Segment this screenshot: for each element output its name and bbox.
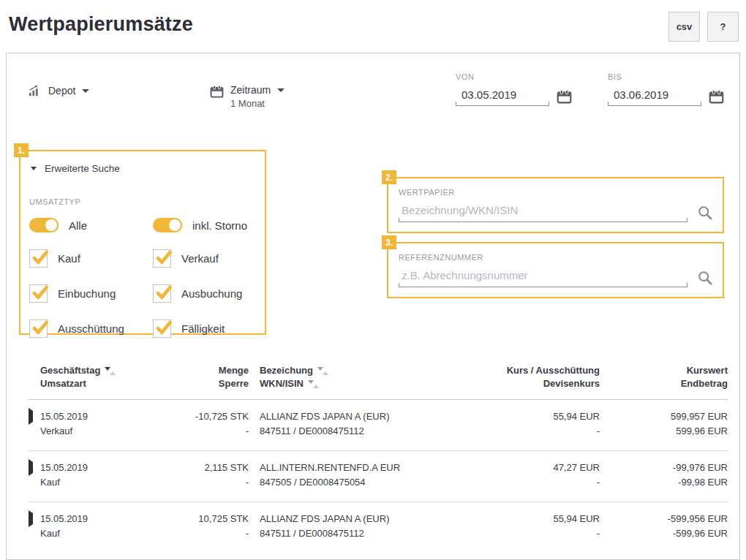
- checkbox-label: Ausbuchung: [181, 287, 242, 300]
- checkbox-label: Einbuchung: [58, 287, 116, 300]
- referenznummer-field-wrap: [399, 268, 687, 287]
- cell-umsatzart: Kauf: [40, 475, 139, 490]
- cell-menge: -10,725 STK: [139, 409, 249, 424]
- cell-kurs: 55,94 EUR: [461, 409, 600, 424]
- checkbox-checked-icon[interactable]: [29, 319, 48, 338]
- calendar-icon: [210, 85, 224, 99]
- checkbox-checked-icon[interactable]: [29, 249, 48, 268]
- toggle-label: Alle: [69, 219, 87, 232]
- header-buttons: csv ?: [668, 12, 739, 42]
- transactions-table: Geschäftstag Umsatzart Menge Sperre Beze…: [29, 364, 728, 553]
- referenznummer-search-box: 3. REFERENZNUMMER: [387, 242, 724, 298]
- advanced-search-toggle[interactable]: Erweiterte Suche: [31, 163, 265, 174]
- depot-dropdown[interactable]: Depot: [29, 84, 89, 97]
- sort-icon[interactable]: [105, 366, 116, 375]
- chevron-right-icon[interactable]: [29, 408, 33, 425]
- checkbox-label: Kauf: [58, 252, 80, 265]
- referenznummer-label: REFERENZNUMMER: [399, 253, 723, 262]
- cell-date: 15.05.2019: [40, 512, 139, 526]
- checkbox-ausschuettung[interactable]: Ausschüttung: [29, 319, 153, 338]
- date-to-label: BIS: [608, 72, 724, 81]
- table-row: 15.05.2019 Kauf 10,725 STK - ALLIANZ FDS…: [29, 502, 728, 553]
- table-row: 15.05.2019 Kauf 2,115 STK - ALL.INTERN.R…: [29, 451, 728, 502]
- sort-icon[interactable]: [317, 366, 328, 375]
- main-panel: Depot Zeitraum 1 Monat VON: [6, 53, 740, 560]
- col-wkn-isin[interactable]: WKN/ISIN: [260, 377, 304, 390]
- cell-bezeichnung: ALLIANZ FDS JAPAN A (EUR): [260, 409, 461, 424]
- col-devisenkurs: Devisenkurs: [543, 377, 600, 390]
- col-umsatzart: Umsatzart: [40, 377, 86, 390]
- col-menge: Menge: [219, 364, 249, 377]
- checkbox-checked-icon[interactable]: [153, 319, 171, 338]
- search-icon[interactable]: [697, 205, 713, 221]
- date-from-label: VON: [456, 72, 572, 81]
- wertpapier-search-box: 2. WERTPAPIER: [387, 177, 724, 233]
- cell-kurswert: 599,957 EUR: [600, 409, 728, 424]
- advanced-search-title: Erweiterte Suche: [45, 163, 120, 174]
- cell-wkn-isin: 847511 / DE0008475112: [260, 526, 461, 541]
- wertpapier-label: WERTPAPIER: [399, 188, 723, 197]
- checkbox-label: Fälligkeit: [181, 322, 225, 335]
- checkbox-checked-icon[interactable]: [153, 284, 171, 303]
- cell-kurs: 55,94 EUR: [461, 512, 600, 526]
- cell-sperre: -: [139, 475, 249, 490]
- sort-icon[interactable]: [308, 379, 319, 388]
- checkbox-faelligkeit[interactable]: Fälligkeit: [153, 319, 265, 338]
- cell-bezeichnung: ALL.INTERN.RENTENFD.A EUR: [260, 461, 461, 475]
- toggle-on-icon[interactable]: [153, 218, 182, 232]
- cell-devisenkurs: -: [461, 475, 600, 490]
- col-bezeichnung[interactable]: Bezeichung: [260, 364, 313, 377]
- cell-kurswert: -99,976 EUR: [600, 461, 728, 475]
- date-to-input[interactable]: [608, 87, 701, 106]
- checkbox-checked-icon[interactable]: [29, 284, 48, 303]
- chevron-right-icon[interactable]: [29, 459, 33, 476]
- calendar-icon[interactable]: [709, 89, 724, 105]
- checkbox-ausbuchung[interactable]: Ausbuchung: [153, 284, 265, 303]
- referenznummer-search-input[interactable]: [399, 268, 687, 287]
- checkbox-checked-icon[interactable]: [153, 249, 171, 268]
- cell-sperre: -: [139, 526, 249, 541]
- col-endbetrag: Endbetrag: [681, 377, 728, 390]
- checkbox-kauf[interactable]: Kauf: [29, 249, 153, 268]
- cell-date: 15.05.2019: [40, 409, 139, 424]
- csv-export-button[interactable]: csv: [668, 12, 700, 42]
- date-to-field-wrap: [608, 87, 701, 106]
- cell-umsatzart: Verkauf: [40, 424, 139, 439]
- cell-bezeichnung: ALLIANZ FDS JAPAN A (EUR): [260, 512, 461, 526]
- checkbox-einbuchung[interactable]: Einbuchung: [29, 284, 153, 303]
- date-to-group: BIS: [608, 72, 724, 106]
- search-icon[interactable]: [697, 270, 713, 286]
- col-geschaeftstag[interactable]: Geschäftstag: [40, 364, 100, 377]
- date-from-field-wrap: [456, 87, 549, 106]
- cell-umsatzart: Kauf: [40, 526, 139, 541]
- checkbox-label: Ausschüttung: [58, 322, 124, 335]
- cell-wkn-isin: 847511 / DE0008475112: [260, 424, 461, 439]
- date-from-group: VON: [456, 72, 572, 106]
- cell-devisenkurs: -: [461, 526, 600, 541]
- cell-sperre: -: [139, 424, 249, 439]
- checkbox-verkauf[interactable]: Verkauf: [153, 249, 265, 268]
- calendar-icon[interactable]: [557, 89, 572, 105]
- col-sperre: Sperre: [219, 377, 249, 390]
- toggle-inkl-storno[interactable]: inkl. Storno: [153, 218, 265, 232]
- toggle-on-icon[interactable]: [29, 218, 59, 232]
- cell-endbetrag: -99,98 EUR: [600, 475, 728, 490]
- zeitraum-selected-value: 1 Monat: [230, 98, 285, 109]
- date-from-input[interactable]: [456, 87, 549, 106]
- step-badge-2: 2.: [382, 170, 396, 184]
- help-button[interactable]: ?: [707, 12, 739, 42]
- page-header: Wertpapierumsätze csv ?: [0, 0, 746, 42]
- step-badge-1: 1.: [14, 143, 29, 157]
- umsatztyp-label: UMSATZTYP: [29, 197, 265, 206]
- checkbox-label: Verkauf: [181, 252, 219, 265]
- wertpapier-search-input[interactable]: [399, 203, 687, 222]
- cell-endbetrag: 599,96 EUR: [600, 424, 728, 439]
- chevron-right-icon[interactable]: [29, 510, 33, 527]
- zeitraum-dropdown-label: Zeitraum: [230, 84, 271, 96]
- cell-devisenkurs: -: [461, 424, 600, 439]
- zeitraum-dropdown[interactable]: Zeitraum 1 Monat: [210, 84, 285, 109]
- header-expand-spacer: [29, 364, 40, 390]
- toggle-alle[interactable]: Alle: [29, 218, 153, 232]
- wertpapier-field-wrap: [399, 203, 687, 222]
- umsatztyp-controls: Alle inkl. Storno Kauf Verkauf: [29, 218, 265, 338]
